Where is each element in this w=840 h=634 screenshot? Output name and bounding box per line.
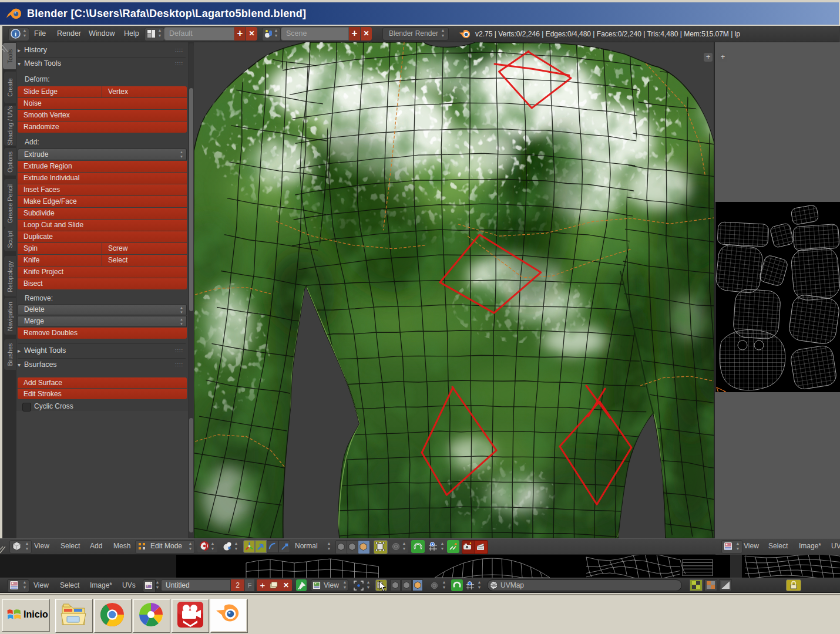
svg-text:i: i bbox=[15, 31, 16, 38]
